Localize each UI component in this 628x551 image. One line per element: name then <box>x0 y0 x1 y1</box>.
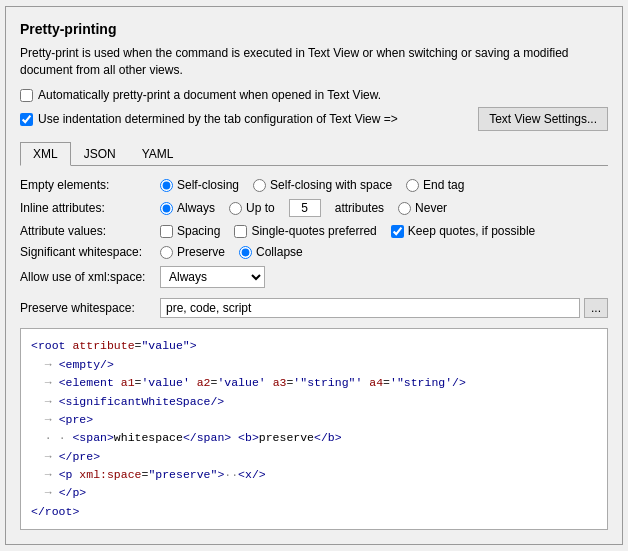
never-option[interactable]: Never <box>398 201 447 215</box>
code-line-3: → <element a1='value' a2='value' a3='"st… <box>31 374 597 392</box>
spacing-option[interactable]: Spacing <box>160 224 220 238</box>
end-tag-radio[interactable] <box>406 179 419 192</box>
always-radio[interactable] <box>160 202 173 215</box>
description-text: Pretty-print is used when the command is… <box>20 45 608 79</box>
preserve-whitespace-row: Preserve whitespace: ... <box>20 298 608 318</box>
always-option[interactable]: Always <box>160 201 215 215</box>
use-indentation-checkbox[interactable] <box>20 113 33 126</box>
code-line-9: → </p> <box>31 484 597 502</box>
single-quotes-checkbox[interactable] <box>234 225 247 238</box>
code-line-1: <root attribute="value"> <box>31 337 597 355</box>
keep-quotes-option[interactable]: Keep quotes, if possible <box>391 224 535 238</box>
preserve-whitespace-input[interactable] <box>160 298 580 318</box>
attribute-values-options: Spacing Single-quotes preferred Keep quo… <box>160 224 608 238</box>
significant-whitespace-options: Preserve Collapse <box>160 245 608 259</box>
self-closing-space-radio[interactable] <box>253 179 266 192</box>
self-closing-space-option[interactable]: Self-closing with space <box>253 178 392 192</box>
allow-xml-space-select[interactable]: Always Never When needed <box>160 266 265 288</box>
code-line-4: → <significantWhiteSpace/> <box>31 393 597 411</box>
auto-pretty-print-row: Automatically pretty-print a document wh… <box>20 88 608 102</box>
indent-row: Use indentation determined by the tab co… <box>20 107 608 131</box>
self-closing-radio[interactable] <box>160 179 173 192</box>
inline-attributes-options: Always Up to attributes Never <box>160 199 608 217</box>
spacing-checkbox[interactable] <box>160 225 173 238</box>
never-radio[interactable] <box>398 202 411 215</box>
preserve-option[interactable]: Preserve <box>160 245 225 259</box>
up-to-option[interactable]: Up to <box>229 201 275 215</box>
single-quotes-option[interactable]: Single-quotes preferred <box>234 224 376 238</box>
code-preview: <root attribute="value"> → <empty/> → <e… <box>20 328 608 530</box>
auto-pretty-print-label: Automatically pretty-print a document wh… <box>38 88 381 102</box>
significant-whitespace-label: Significant whitespace: <box>20 245 160 259</box>
keep-quotes-checkbox[interactable] <box>391 225 404 238</box>
code-line-5: → <pre> <box>31 411 597 429</box>
indent-row-left: Use indentation determined by the tab co… <box>20 112 398 126</box>
code-line-8: → <p xml:space="preserve">··<x/> <box>31 466 597 484</box>
auto-pretty-print-checkbox[interactable] <box>20 89 33 102</box>
use-indentation-label: Use indentation determined by the tab co… <box>38 112 398 126</box>
dialog-title: Pretty-printing <box>20 21 608 37</box>
tab-yaml[interactable]: YAML <box>129 142 187 166</box>
collapse-radio[interactable] <box>239 246 252 259</box>
empty-elements-label: Empty elements: <box>20 178 160 192</box>
empty-elements-options: Self-closing Self-closing with space End… <box>160 178 608 192</box>
code-line-7: → </pre> <box>31 448 597 466</box>
attribute-values-label: Attribute values: <box>20 224 160 238</box>
end-tag-option[interactable]: End tag <box>406 178 464 192</box>
preserve-radio[interactable] <box>160 246 173 259</box>
preserve-whitespace-label: Preserve whitespace: <box>20 301 160 315</box>
tab-bar: XML JSON YAML <box>20 141 608 166</box>
allow-xml-space-label: Allow use of xml:space: <box>20 270 160 284</box>
code-line-6: · · <span>whitespace</span> <b>preserve<… <box>31 429 597 447</box>
up-to-value-input[interactable] <box>289 199 321 217</box>
pretty-printing-dialog: Pretty-printing Pretty-print is used whe… <box>5 6 623 546</box>
settings-grid: Empty elements: Self-closing Self-closin… <box>20 178 608 288</box>
text-view-settings-button[interactable]: Text View Settings... <box>478 107 608 131</box>
inline-attributes-label: Inline attributes: <box>20 201 160 215</box>
code-line-10: </root> <box>31 503 597 521</box>
self-closing-option[interactable]: Self-closing <box>160 178 239 192</box>
up-to-radio[interactable] <box>229 202 242 215</box>
allow-xml-space-cell: Always Never When needed <box>160 266 608 288</box>
preserve-whitespace-ellipsis-button[interactable]: ... <box>584 298 608 318</box>
tab-xml[interactable]: XML <box>20 142 71 166</box>
collapse-option[interactable]: Collapse <box>239 245 303 259</box>
tab-json[interactable]: JSON <box>71 142 129 166</box>
code-line-2: → <empty/> <box>31 356 597 374</box>
